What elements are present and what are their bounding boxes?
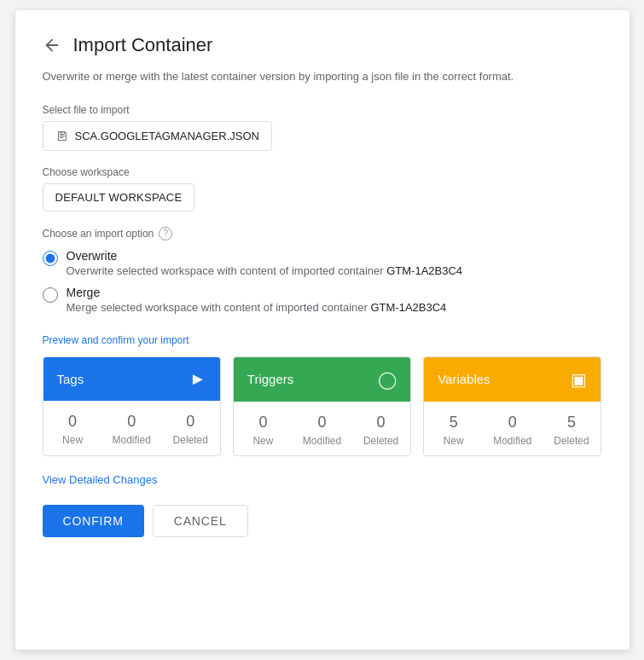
triggers-modified-label: Modified [303,435,341,447]
trigger-icon: ◯ [378,369,397,390]
triggers-modified-num: 0 [317,414,326,431]
variables-card-body: 5 New 0 Modified 5 Deleted [424,402,600,455]
workspace-name: DEFAULT WORKSPACE [55,191,183,204]
cancel-button[interactable]: CANCEL [153,505,248,537]
triggers-new-num: 0 [258,414,267,431]
tags-card: Tags ► 0 New 0 Modified 0 Deleted [43,356,221,456]
merge-label: Merge [67,286,447,299]
page-header: Import Container [43,34,602,56]
triggers-card: Triggers ◯ 0 New 0 Modified 0 Deleted [233,356,411,456]
variables-deleted-num: 5 [567,414,576,431]
tags-new-num: 0 [68,413,77,431]
page-subtitle: Overwrite or merge with the latest conta… [43,68,602,85]
file-section-label: Select file to import [43,104,602,116]
tags-deleted-label: Deleted [173,434,208,446]
triggers-new-col: 0 New [234,414,293,447]
option-merge: Merge Merge selected workspace with cont… [43,286,602,314]
triggers-card-header: Triggers ◯ [234,357,410,402]
triggers-card-title: Triggers [247,372,293,386]
import-options: Overwrite Overwrite selected workspace w… [43,249,602,314]
variable-icon: ▣ [571,369,587,390]
triggers-new-label: New [252,435,273,447]
triggers-modified-col: 0 Modified [293,414,351,447]
back-button[interactable] [43,36,61,55]
preview-label: Preview and confirm your import [43,334,602,346]
triggers-deleted-num: 0 [377,414,386,431]
tags-new-label: New [62,434,83,446]
tags-deleted-num: 0 [186,413,194,431]
tags-modified-label: Modified [112,434,150,446]
variables-new-num: 5 [450,414,458,431]
triggers-card-body: 0 New 0 Modified 0 Deleted [234,402,410,455]
merge-desc: Merge selected workspace with content of… [67,301,447,314]
workspace-select-button[interactable]: DEFAULT WORKSPACE [43,183,195,211]
merge-container-id: GTM-1A2B3C4 [370,301,446,314]
variables-new-col: 5 New [424,414,483,447]
page-title: Import Container [73,34,213,56]
variables-deleted-label: Deleted [554,435,589,447]
stats-cards-row: Tags ► 0 New 0 Modified 0 Deleted [43,356,602,456]
variables-new-label: New [444,435,464,447]
tags-card-body: 0 New 0 Modified 0 Deleted [44,401,220,454]
variables-card: Variables ▣ 5 New 0 Modified 5 Deleted [423,356,601,456]
variables-card-header: Variables ▣ [424,357,600,402]
tags-modified-col: 0 Modified [102,413,161,446]
overwrite-desc: Overwrite selected workspace with conten… [67,264,463,277]
option-overwrite: Overwrite Overwrite selected workspace w… [43,249,602,277]
triggers-deleted-label: Deleted [363,435,398,447]
triggers-deleted-col: 0 Deleted [351,414,410,447]
help-icon[interactable]: ? [159,227,172,240]
variables-deleted-col: 5 Deleted [542,414,600,447]
tags-card-title: Tags [57,372,84,386]
file-name: SCA.GOOGLETAGMANAGER.JSON [75,130,259,142]
overwrite-container-id: GTM-1A2B3C4 [386,264,462,277]
view-changes-link[interactable]: View Detailed Changes [43,473,158,486]
overwrite-label: Overwrite [67,249,463,263]
file-icon: 🖹 [55,129,68,143]
tag-icon: ► [189,369,206,389]
variables-modified-num: 0 [508,414,517,431]
import-container-card: Import Container Overwrite or merge with… [15,10,629,650]
preview-section: Preview and confirm your import Tags ► 0… [43,334,602,505]
tags-deleted-col: 0 Deleted [161,413,220,446]
overwrite-radio[interactable] [43,251,58,266]
tags-card-header: Tags ► [44,357,220,401]
tags-modified-num: 0 [127,413,136,431]
file-select-button[interactable]: 🖹 SCA.GOOGLETAGMANAGER.JSON [43,121,272,151]
variables-modified-label: Modified [493,435,531,447]
actions-bar: CONFIRM CANCEL [43,505,602,537]
import-option-label: Choose an import option ? [43,227,602,240]
variables-card-title: Variables [438,372,490,386]
confirm-button[interactable]: CONFIRM [43,505,144,537]
workspace-section-label: Choose workspace [43,166,602,178]
tags-new-col: 0 New [44,413,102,446]
merge-radio[interactable] [43,287,58,303]
variables-modified-col: 0 Modified [483,414,542,447]
